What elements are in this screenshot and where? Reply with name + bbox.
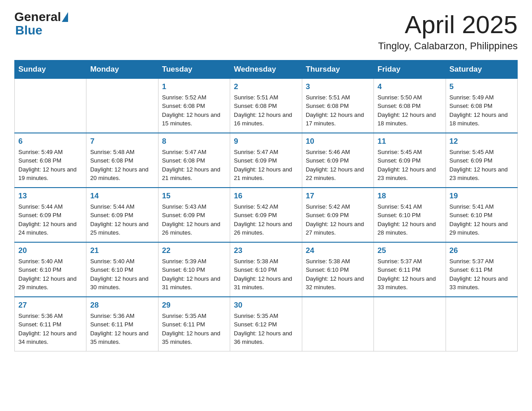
day-number: 10 [306,137,370,146]
logo-triangle-icon [62,12,68,22]
day-number: 15 [162,192,226,201]
calendar-cell: 29Sunrise: 5:35 AMSunset: 6:11 PMDayligh… [158,297,230,351]
logo: General Blue [14,11,68,38]
day-detail: Sunrise: 5:49 AMSunset: 6:08 PMDaylight:… [450,93,514,128]
weekday-header-row: SundayMondayTuesdayWednesdayThursdayFrid… [15,60,518,78]
calendar-cell [374,297,446,351]
day-detail: Sunrise: 5:48 AMSunset: 6:08 PMDaylight:… [90,148,154,183]
day-detail: Sunrise: 5:45 AMSunset: 6:09 PMDaylight:… [450,148,514,183]
calendar-cell: 13Sunrise: 5:44 AMSunset: 6:09 PMDayligh… [15,188,86,242]
calendar-cell: 16Sunrise: 5:42 AMSunset: 6:09 PMDayligh… [230,188,302,242]
day-detail: Sunrise: 5:41 AMSunset: 6:10 PMDaylight:… [450,202,514,237]
day-detail: Sunrise: 5:35 AMSunset: 6:11 PMDaylight:… [162,312,226,347]
day-number: 18 [378,192,442,201]
logo-blue-text: Blue [15,23,43,38]
day-detail: Sunrise: 5:49 AMSunset: 6:08 PMDaylight:… [18,148,82,183]
calendar-cell [15,78,86,133]
day-detail: Sunrise: 5:46 AMSunset: 6:09 PMDaylight:… [306,148,370,183]
day-number: 14 [90,192,154,201]
day-number: 17 [306,192,370,201]
week-row-1: 1Sunrise: 5:52 AMSunset: 6:08 PMDaylight… [15,78,518,133]
day-detail: Sunrise: 5:40 AMSunset: 6:10 PMDaylight:… [90,257,154,292]
day-detail: Sunrise: 5:35 AMSunset: 6:12 PMDaylight:… [234,312,298,347]
day-number: 3 [306,82,370,91]
day-detail: Sunrise: 5:37 AMSunset: 6:11 PMDaylight:… [378,257,442,292]
day-detail: Sunrise: 5:39 AMSunset: 6:10 PMDaylight:… [162,257,226,292]
week-row-2: 6Sunrise: 5:49 AMSunset: 6:08 PMDaylight… [15,133,518,188]
calendar-cell: 9Sunrise: 5:47 AMSunset: 6:09 PMDaylight… [230,133,302,188]
calendar-cell: 14Sunrise: 5:44 AMSunset: 6:09 PMDayligh… [86,188,158,242]
location-title: Tingloy, Calabarzon, Philippines [378,40,518,52]
day-detail: Sunrise: 5:41 AMSunset: 6:10 PMDaylight:… [378,202,442,237]
day-number: 1 [162,82,226,91]
day-number: 26 [450,246,514,255]
weekday-header-friday: Friday [374,60,446,78]
calendar-cell: 27Sunrise: 5:36 AMSunset: 6:11 PMDayligh… [15,297,86,351]
logo-general-text: General [14,11,61,23]
week-row-3: 13Sunrise: 5:44 AMSunset: 6:09 PMDayligh… [15,188,518,242]
weekday-header-monday: Monday [86,60,158,78]
day-detail: Sunrise: 5:52 AMSunset: 6:08 PMDaylight:… [162,93,226,128]
day-number: 19 [450,192,514,201]
weekday-header-wednesday: Wednesday [230,60,302,78]
day-detail: Sunrise: 5:51 AMSunset: 6:08 PMDaylight:… [306,93,370,128]
calendar-cell: 23Sunrise: 5:38 AMSunset: 6:10 PMDayligh… [230,242,302,297]
day-number: 20 [18,246,82,255]
calendar-cell [446,297,517,351]
day-detail: Sunrise: 5:47 AMSunset: 6:08 PMDaylight:… [162,148,226,183]
calendar-cell: 30Sunrise: 5:35 AMSunset: 6:12 PMDayligh… [230,297,302,351]
calendar-cell: 1Sunrise: 5:52 AMSunset: 6:08 PMDaylight… [158,78,230,133]
day-detail: Sunrise: 5:44 AMSunset: 6:09 PMDaylight:… [90,202,154,237]
day-number: 9 [234,137,298,146]
day-number: 5 [450,82,514,91]
calendar-cell: 21Sunrise: 5:40 AMSunset: 6:10 PMDayligh… [86,242,158,297]
day-detail: Sunrise: 5:38 AMSunset: 6:10 PMDaylight:… [306,257,370,292]
title-section: April 2025 Tingloy, Calabarzon, Philippi… [378,11,518,52]
day-number: 7 [90,137,154,146]
day-detail: Sunrise: 5:38 AMSunset: 6:10 PMDaylight:… [234,257,298,292]
month-title: April 2025 [378,11,518,39]
calendar-cell [86,78,158,133]
calendar-cell: 17Sunrise: 5:42 AMSunset: 6:09 PMDayligh… [302,188,373,242]
calendar-table: SundayMondayTuesdayWednesdayThursdayFrid… [14,60,518,351]
calendar-cell: 15Sunrise: 5:43 AMSunset: 6:09 PMDayligh… [158,188,230,242]
day-detail: Sunrise: 5:40 AMSunset: 6:10 PMDaylight:… [18,257,82,292]
calendar-cell: 20Sunrise: 5:40 AMSunset: 6:10 PMDayligh… [15,242,86,297]
weekday-header-thursday: Thursday [302,60,373,78]
day-number: 4 [378,82,442,91]
weekday-header-sunday: Sunday [15,60,86,78]
calendar-cell: 12Sunrise: 5:45 AMSunset: 6:09 PMDayligh… [446,133,517,188]
weekday-header-saturday: Saturday [446,60,517,78]
calendar-cell: 5Sunrise: 5:49 AMSunset: 6:08 PMDaylight… [446,78,517,133]
calendar-cell: 2Sunrise: 5:51 AMSunset: 6:08 PMDaylight… [230,78,302,133]
day-number: 25 [378,246,442,255]
day-detail: Sunrise: 5:43 AMSunset: 6:09 PMDaylight:… [162,202,226,237]
day-detail: Sunrise: 5:47 AMSunset: 6:09 PMDaylight:… [234,148,298,183]
weekday-header-tuesday: Tuesday [158,60,230,78]
day-detail: Sunrise: 5:42 AMSunset: 6:09 PMDaylight:… [306,202,370,237]
calendar-cell [302,297,373,351]
day-detail: Sunrise: 5:37 AMSunset: 6:11 PMDaylight:… [450,257,514,292]
day-number: 27 [18,301,82,310]
day-number: 8 [162,137,226,146]
day-number: 21 [90,246,154,255]
day-detail: Sunrise: 5:50 AMSunset: 6:08 PMDaylight:… [378,93,442,128]
day-number: 30 [234,301,298,310]
day-detail: Sunrise: 5:51 AMSunset: 6:08 PMDaylight:… [234,93,298,128]
day-number: 24 [306,246,370,255]
calendar-cell: 28Sunrise: 5:36 AMSunset: 6:11 PMDayligh… [86,297,158,351]
calendar-cell: 26Sunrise: 5:37 AMSunset: 6:11 PMDayligh… [446,242,517,297]
week-row-4: 20Sunrise: 5:40 AMSunset: 6:10 PMDayligh… [15,242,518,297]
day-detail: Sunrise: 5:45 AMSunset: 6:09 PMDaylight:… [378,148,442,183]
day-number: 28 [90,301,154,310]
page-header: General Blue April 2025 Tingloy, Calabar… [14,11,518,52]
day-detail: Sunrise: 5:36 AMSunset: 6:11 PMDaylight:… [90,312,154,347]
day-detail: Sunrise: 5:42 AMSunset: 6:09 PMDaylight:… [234,202,298,237]
calendar-cell: 19Sunrise: 5:41 AMSunset: 6:10 PMDayligh… [446,188,517,242]
calendar-cell: 18Sunrise: 5:41 AMSunset: 6:10 PMDayligh… [374,188,446,242]
day-number: 11 [378,137,442,146]
day-detail: Sunrise: 5:36 AMSunset: 6:11 PMDaylight:… [18,312,82,347]
calendar-cell: 8Sunrise: 5:47 AMSunset: 6:08 PMDaylight… [158,133,230,188]
calendar-cell: 3Sunrise: 5:51 AMSunset: 6:08 PMDaylight… [302,78,373,133]
calendar-cell: 22Sunrise: 5:39 AMSunset: 6:10 PMDayligh… [158,242,230,297]
